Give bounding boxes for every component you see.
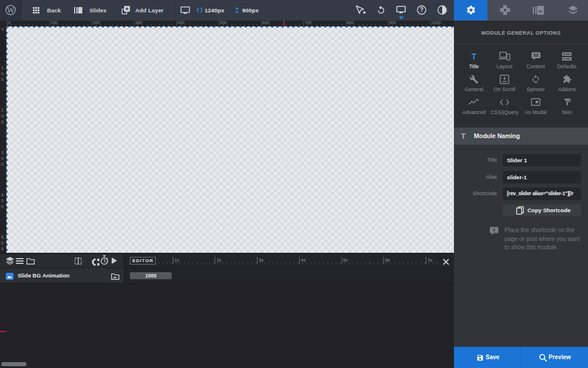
svg-text:W: W (6, 6, 15, 15)
